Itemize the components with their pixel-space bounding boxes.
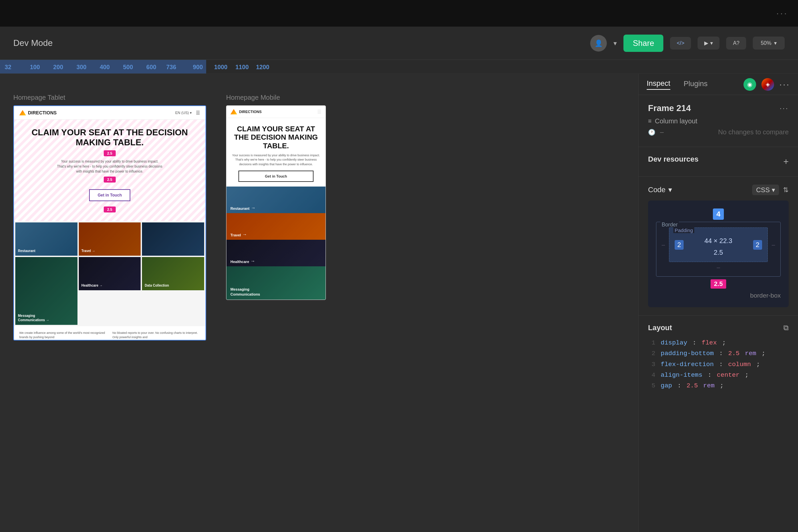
text-button[interactable]: A?: [726, 37, 746, 50]
bottom-badge: 2.5: [710, 279, 726, 289]
box-right-num: 2: [753, 240, 762, 250]
inspect-panel: Inspect Plugins ◉ ◈ ··· Frame 214 ··· ≡ …: [639, 74, 798, 532]
main-content: Homepage Tablet DIRECTIONS EN (US) ▾ ☰: [0, 74, 798, 532]
line-num-5: 5: [648, 380, 656, 391]
code-button[interactable]: </>: [670, 37, 691, 50]
ruler-600: 600: [146, 64, 156, 71]
code-line-1: 1 display : flex ;: [648, 338, 789, 348]
zoom-level: 50%: [761, 40, 772, 46]
ruler-1000: 1000: [214, 64, 227, 71]
tab-plugins[interactable]: Plugins: [684, 79, 707, 90]
line-num-1: 1: [648, 338, 656, 348]
history-dash: –: [660, 128, 673, 136]
code-section: Code ▾ CSS ▾ ⇅ 4 Border: [639, 176, 798, 316]
mobile-hero-title: CLAIM YOUR SEAT AT THE DECISION MAKING T…: [232, 125, 320, 150]
box-bottom-dash: –: [717, 264, 720, 271]
add-resource-button[interactable]: +: [783, 156, 789, 167]
code-lang-selector[interactable]: CSS ▾: [752, 185, 779, 195]
tablet-card-messaging[interactable]: MessagingCommunications →: [15, 257, 77, 325]
card-overlay: [142, 223, 204, 256]
column-layout-label: Column layout: [655, 117, 698, 125]
mobile-travel-arrow: →: [242, 232, 247, 237]
mobile-card-healthcare[interactable]: Healthcare →: [226, 240, 325, 266]
tablet-card-travel[interactable]: Travel →: [79, 223, 141, 256]
panel-dots-button[interactable]: ···: [779, 79, 790, 90]
tab-inspect[interactable]: Inspect: [647, 79, 670, 90]
code-title[interactable]: Code ▾: [648, 186, 672, 194]
val-2-5: 2.5: [728, 348, 740, 359]
dev-resources-header: Dev resources +: [648, 155, 789, 168]
healthcare-label: Healthcare →: [81, 283, 103, 288]
code-line-5: 5 gap : 2.5 rem ;: [648, 380, 789, 391]
restaurant-label: Restaurant: [18, 249, 35, 253]
code-line-2: 2 padding-bottom : 2.5 rem ;: [648, 348, 789, 359]
code-label: Code: [648, 186, 666, 194]
ruler-200: 200: [53, 64, 63, 71]
box-top-num: 4: [713, 208, 723, 220]
mobile-header: DIRECTIONS ☰: [226, 106, 325, 118]
mobile-logo: DIRECTIONS: [230, 109, 262, 114]
box-padding-bottom: 2.5: [684, 249, 753, 256]
code-block: 1 display : flex ; 2 padding-bottom : 2.…: [648, 338, 789, 391]
mobile-menu-icon[interactable]: ☰: [317, 109, 322, 114]
mobile-card-restaurant[interactable]: Restaurant →: [226, 187, 325, 213]
val-center: center: [717, 370, 740, 380]
ruler-900: 900: [193, 64, 203, 71]
tablet-card-restaurant[interactable]: Restaurant: [15, 223, 77, 256]
eye-icon: ◉: [747, 81, 753, 88]
avatar-dropdown-chevron[interactable]: ▾: [613, 39, 617, 47]
zoom-button[interactable]: 50% ▾: [753, 37, 785, 50]
system-dots: ···: [776, 8, 788, 19]
play-dropdown-chevron: ▾: [710, 40, 713, 46]
tablet-cards-grid: Restaurant Travel →: [14, 221, 206, 326]
datacollection-label: Data Collection: [145, 283, 169, 288]
tablet-lang[interactable]: EN (US) ▾: [175, 111, 192, 115]
code-controls: CSS ▾ ⇅: [752, 185, 789, 195]
tablet-card-healthcare[interactable]: Healthcare →: [79, 257, 141, 290]
mobile-cards: Restaurant → Travel → Healthcare →: [226, 187, 325, 300]
padding-label: Padding: [673, 227, 694, 233]
prop-flex-direction: flex-direction: [661, 359, 714, 370]
tablet-card-datacollection[interactable]: Data Collection: [142, 257, 204, 290]
tablet-cta-button[interactable]: Get in Touch: [89, 189, 130, 201]
tablet-frame-label: Homepage Tablet: [13, 94, 206, 101]
tablet-menu-icon[interactable]: ☰: [196, 110, 200, 115]
system-dots-icon: ···: [776, 8, 788, 18]
box-right-outer-dash: –: [772, 241, 775, 248]
mobile-card-travel[interactable]: Travel →: [226, 213, 325, 240]
mobile-logo-text: DIRECTIONS: [239, 110, 262, 114]
ruler-1200: 1200: [256, 64, 269, 71]
avatar-icon: 👤: [594, 39, 603, 47]
panel-icon-layers[interactable]: ◈: [761, 78, 774, 91]
box-size-label: 44 × 22.3: [684, 233, 753, 249]
messaging-label: MessagingCommunications →: [18, 314, 49, 322]
ruler: 32 100 200 300 400 500 600 736 900 1000 …: [0, 60, 798, 74]
column-layout-row: ≡ Column layout: [648, 117, 789, 125]
hero-title: CLAIM YOUR SEAT AT THE DECISION MAKING T…: [21, 128, 199, 148]
val-gap: 2.5: [687, 380, 698, 391]
travel-label: Travel →: [81, 249, 95, 253]
panel-icons: ◉ ◈ ···: [743, 78, 790, 91]
mobile-cta-button[interactable]: Get in Touch: [239, 171, 314, 182]
frame-dots-button[interactable]: ···: [780, 104, 789, 113]
mobile-card-messaging[interactable]: MessagingCommunications: [226, 266, 325, 300]
box-top-row: 4: [656, 208, 781, 220]
code-settings-icon[interactable]: ⇅: [783, 186, 789, 194]
mobile-travel-label: Travel: [230, 233, 241, 237]
mobile-logo-icon: [230, 109, 237, 114]
dev-resources-title: Dev resources: [648, 155, 699, 164]
tablet-frame: Homepage Tablet DIRECTIONS EN (US) ▾ ☰: [13, 94, 206, 341]
mobile-hero-body: Your success is measured by your ability…: [232, 153, 320, 167]
line-num-3: 3: [648, 359, 656, 370]
tablet-card-ocean[interactable]: [142, 223, 204, 256]
prop-display: display: [661, 338, 687, 348]
css-label: CSS: [756, 186, 770, 194]
play-button[interactable]: ▶ ▾: [698, 37, 720, 50]
copy-layout-button[interactable]: ⧉: [783, 324, 789, 332]
text-icon: A?: [733, 40, 740, 46]
share-button[interactable]: Share: [624, 35, 663, 52]
mobile-hero: CLAIM YOUR SEAT AT THE DECISION MAKING T…: [226, 118, 325, 187]
ruler-start: 32: [5, 64, 11, 71]
box-outer-side-row: – Padding 2 44 × 22.3 2.5 2: [662, 227, 775, 262]
panel-icon-eye[interactable]: ◉: [743, 78, 756, 91]
